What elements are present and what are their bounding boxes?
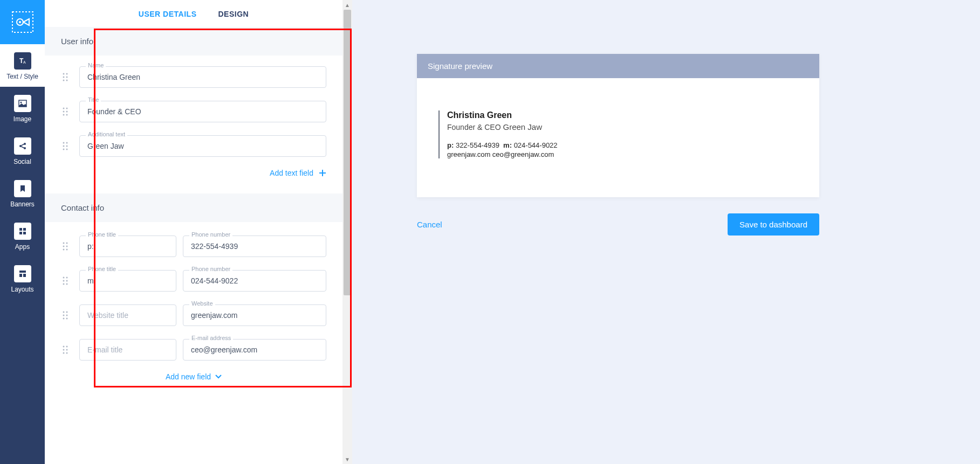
save-to-dashboard-button[interactable]: Save to dashboard xyxy=(728,213,819,236)
drag-handle-icon[interactable] xyxy=(61,276,70,285)
svg-point-32 xyxy=(66,142,68,144)
sidebar-item-label: Apps xyxy=(15,243,30,251)
sidebar-item-apps[interactable]: Apps xyxy=(0,214,45,257)
scroll-down-icon[interactable]: ▼ xyxy=(342,454,352,464)
scroll-up-icon[interactable]: ▲ xyxy=(342,0,352,10)
svg-point-45 xyxy=(63,277,65,279)
add-text-field-button[interactable]: Add text field xyxy=(270,169,326,177)
name-input[interactable] xyxy=(79,66,326,88)
svg-point-44 xyxy=(66,249,68,251)
svg-point-60 xyxy=(66,349,68,351)
social-icon xyxy=(14,137,31,155)
action-row: Cancel Save to dashboard xyxy=(417,213,819,236)
svg-point-27 xyxy=(63,111,65,113)
svg-point-34 xyxy=(66,146,68,147)
svg-rect-13 xyxy=(23,228,26,231)
drag-handle-icon[interactable] xyxy=(61,142,70,150)
svg-rect-17 xyxy=(19,274,22,277)
sidebar-item-banners[interactable]: Banners xyxy=(0,172,45,214)
website-label: Website xyxy=(189,300,215,307)
additional-input[interactable] xyxy=(79,135,326,157)
drag-handle-icon[interactable] xyxy=(61,311,70,320)
svg-point-22 xyxy=(66,77,68,78)
title-label: Title xyxy=(86,96,101,103)
svg-point-42 xyxy=(66,246,68,247)
phone2-title-label: Phone title xyxy=(86,266,118,272)
sidebar-item-layouts[interactable]: Layouts xyxy=(0,257,45,300)
sidebar-item-label: Layouts xyxy=(11,286,33,293)
sidebar-item-text-style[interactable]: TA Text / Style xyxy=(0,44,45,87)
svg-point-40 xyxy=(66,243,68,244)
drag-handle-icon[interactable] xyxy=(61,73,70,81)
editor-panel: USER DETAILS DESIGN User info Name Title xyxy=(45,0,342,464)
section-user-info: User info xyxy=(45,27,342,56)
svg-point-47 xyxy=(63,280,65,282)
svg-point-61 xyxy=(63,352,65,354)
scrollbar[interactable]: ▲ ▼ xyxy=(342,0,352,464)
svg-point-19 xyxy=(63,73,65,75)
name-label: Name xyxy=(86,62,106,68)
svg-point-51 xyxy=(63,311,65,313)
svg-point-55 xyxy=(63,318,65,320)
section-contact-info: Contact info xyxy=(45,193,342,222)
svg-point-24 xyxy=(66,80,68,81)
svg-rect-12 xyxy=(19,228,22,231)
email-label: E-mail address xyxy=(189,335,233,341)
phone1-title-label: Phone title xyxy=(86,231,118,238)
svg-rect-16 xyxy=(19,271,26,273)
sidebar-item-label: Banners xyxy=(10,200,35,208)
svg-point-33 xyxy=(63,146,65,147)
svg-point-28 xyxy=(66,111,68,113)
tab-user-details[interactable]: USER DETAILS xyxy=(139,10,197,18)
sidebar-item-label: Text / Style xyxy=(6,73,38,80)
title-input[interactable] xyxy=(79,101,326,122)
svg-point-9 xyxy=(24,147,26,149)
website-input[interactable] xyxy=(183,304,326,326)
add-new-field-button[interactable]: Add new field xyxy=(166,372,222,381)
svg-point-41 xyxy=(63,246,65,247)
preview-body: Christina Green Founder & CEO Green Jaw … xyxy=(417,78,819,197)
svg-point-56 xyxy=(66,318,68,320)
drag-handle-icon[interactable] xyxy=(61,242,70,251)
signature-web-line: greenjaw.com ceo@greenjaw.com xyxy=(447,150,798,158)
svg-point-21 xyxy=(63,77,65,78)
plus-icon xyxy=(319,169,326,177)
apps-icon xyxy=(14,223,31,240)
drag-handle-icon[interactable] xyxy=(61,107,70,116)
sidebar-item-social[interactable]: Social xyxy=(0,129,45,172)
svg-point-58 xyxy=(66,346,68,348)
image-icon xyxy=(14,95,31,112)
phone1-title-input[interactable] xyxy=(79,236,176,257)
email-title-input[interactable] xyxy=(79,339,176,361)
email-input[interactable] xyxy=(183,339,326,361)
tab-design[interactable]: DESIGN xyxy=(218,10,249,18)
phone2-num-input[interactable] xyxy=(183,270,326,292)
sidebar-item-label: Image xyxy=(13,115,31,123)
svg-point-29 xyxy=(63,114,65,116)
drag-handle-icon[interactable] xyxy=(61,345,70,354)
svg-point-2 xyxy=(19,21,21,23)
scroll-thumb[interactable] xyxy=(344,10,351,295)
preview-card: Signature preview Christina Green Founde… xyxy=(417,54,819,197)
svg-point-31 xyxy=(63,142,65,144)
svg-point-39 xyxy=(63,243,65,244)
signature-name: Christina Green xyxy=(447,110,798,120)
cancel-button[interactable]: Cancel xyxy=(417,220,442,229)
svg-point-20 xyxy=(66,73,68,75)
svg-rect-15 xyxy=(23,232,26,234)
svg-point-35 xyxy=(63,149,65,150)
svg-point-43 xyxy=(63,249,65,251)
preview-area: Signature preview Christina Green Founde… xyxy=(352,0,980,464)
sidebar-item-image[interactable]: Image xyxy=(0,87,45,129)
sidebar-item-label: Social xyxy=(13,158,31,165)
chevron-down-icon xyxy=(215,375,222,379)
svg-point-23 xyxy=(63,80,65,81)
phone2-title-input[interactable] xyxy=(79,270,176,292)
phone1-num-input[interactable] xyxy=(183,236,326,257)
signature-block: Christina Green Founder & CEO Green Jaw … xyxy=(438,110,798,158)
svg-point-50 xyxy=(66,283,68,285)
svg-point-48 xyxy=(66,280,68,282)
svg-point-62 xyxy=(66,352,68,354)
website-title-input[interactable] xyxy=(79,304,176,326)
app-logo[interactable] xyxy=(0,0,45,44)
